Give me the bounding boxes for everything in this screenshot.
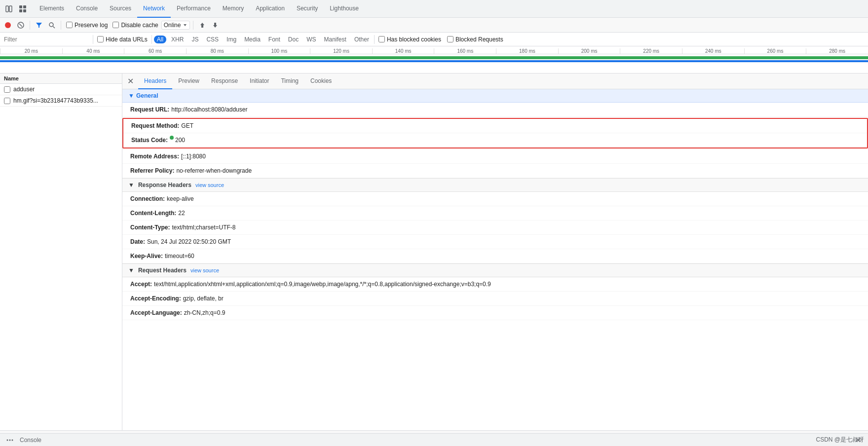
- hide-data-urls-checkbox[interactable]: Hide data URLs: [95, 36, 150, 43]
- request-item-adduser[interactable]: adduser: [0, 84, 122, 95]
- filter-btn-font[interactable]: Font: [265, 36, 283, 43]
- request-url-val: http://localhost:8080/adduser: [171, 105, 247, 114]
- filter-input[interactable]: [2, 35, 91, 44]
- throttle-select[interactable]: Online: [161, 21, 190, 30]
- response-connection-key: Connection:: [130, 194, 165, 203]
- timeline-tick: 280 ms: [806, 48, 868, 54]
- tab-performance[interactable]: Performance: [171, 0, 217, 18]
- detail-tab-timing[interactable]: Timing: [275, 74, 304, 89]
- close-detail-button[interactable]: ✕: [124, 75, 136, 87]
- response-date-row: Date: Sun, 24 Jul 2022 02:50:20 GMT: [122, 235, 868, 249]
- request-headers-view-source[interactable]: view source: [190, 267, 219, 273]
- response-headers-label: Response Headers: [138, 182, 191, 188]
- filter-btn-other[interactable]: Other: [351, 36, 372, 43]
- blocked-requests-checkbox[interactable]: Blocked Requests: [445, 36, 505, 43]
- tab-memory[interactable]: Memory: [217, 0, 250, 18]
- download-icon[interactable]: [209, 19, 221, 31]
- general-section-header[interactable]: ▼ General: [122, 89, 868, 103]
- has-blocked-cookies-checkbox[interactable]: Has blocked cookies: [377, 36, 443, 43]
- request-hm-gif-name: hm.gif?si=3b231847743b9335...: [13, 97, 98, 104]
- request-headers-label: Request Headers: [138, 267, 187, 274]
- console-footer: Console ✕: [0, 433, 868, 446]
- preserve-log-input[interactable]: [66, 22, 73, 28]
- response-headers-section-header[interactable]: ▼ Response Headers view source: [122, 178, 868, 192]
- remote-address-key: Remote Address:: [130, 152, 179, 161]
- filter-btn-xhr[interactable]: XHR: [168, 36, 187, 43]
- stop-recording-icon[interactable]: [15, 19, 27, 31]
- disable-cache-checkbox[interactable]: Disable cache: [111, 22, 160, 29]
- timeline-ruler: 20 ms40 ms60 ms80 ms100 ms120 ms140 ms16…: [0, 46, 868, 54]
- timeline-tick: 240 ms: [682, 48, 744, 54]
- svg-marker-13: [213, 23, 217, 28]
- timeline-tick: 60 ms: [124, 48, 186, 54]
- request-url-row: Request URL: http://localhost:8080/addus…: [122, 103, 868, 117]
- referrer-policy-val: no-referrer-when-downgrade: [176, 166, 252, 175]
- detail-tab-preview[interactable]: Preview: [172, 74, 205, 89]
- request-method-key: Request Method:: [131, 121, 179, 130]
- requests-panel: Name adduser hm.gif?si=3b231847743b9335.…: [0, 74, 122, 430]
- request-headers-section-header[interactable]: ▼ Request Headers view source: [122, 263, 868, 277]
- hide-data-urls-input[interactable]: [97, 36, 104, 42]
- detail-tab-response[interactable]: Response: [205, 74, 244, 89]
- svg-rect-0: [6, 6, 8, 12]
- remote-address-val: [::1]:8080: [181, 152, 206, 161]
- req-accept-language-key: Accept-Language:: [130, 308, 182, 317]
- has-blocked-cookies-input[interactable]: [378, 36, 385, 42]
- req-accept-row: Accept: text/html,application/xhtml+xml,…: [122, 277, 868, 292]
- filter-btn-media[interactable]: Media: [241, 36, 264, 43]
- tab-application[interactable]: Application: [250, 0, 291, 18]
- tab-security[interactable]: Security: [291, 0, 324, 18]
- preserve-log-checkbox[interactable]: Preserve log: [64, 22, 110, 29]
- timeline-tick: 140 ms: [372, 48, 434, 54]
- has-blocked-cookies-label: Has blocked cookies: [387, 36, 441, 43]
- general-section-content: Request URL: http://localhost:8080/addus…: [122, 103, 868, 178]
- filter-btn-manifest[interactable]: Manifest: [321, 36, 349, 43]
- console-menu-icon[interactable]: [4, 434, 16, 446]
- request-adduser-checkbox[interactable]: [4, 86, 10, 93]
- more-tools-icon[interactable]: [16, 2, 30, 16]
- tab-lighthouse[interactable]: Lighthouse: [324, 0, 365, 18]
- filter-btn-doc[interactable]: Doc: [285, 36, 302, 43]
- preserve-log-label: Preserve log: [75, 22, 108, 29]
- svg-marker-11: [184, 24, 187, 26]
- svg-point-14: [7, 439, 8, 441]
- filter-btn-img[interactable]: Img: [224, 36, 239, 43]
- search-icon[interactable]: [46, 19, 58, 31]
- response-headers-view-source[interactable]: view source: [195, 182, 224, 188]
- request-method-val: GET: [181, 121, 193, 130]
- tab-elements[interactable]: Elements: [34, 0, 70, 18]
- filter-icon[interactable]: [33, 19, 45, 31]
- throttle-label: Online: [164, 22, 181, 29]
- req-accept-encoding-val: gzip, deflate, br: [183, 294, 224, 303]
- req-accept-encoding-row: Accept-Encoding: gzip, deflate, br: [122, 292, 868, 306]
- devtools-icons: [2, 2, 30, 16]
- svg-marker-8: [36, 23, 42, 28]
- filter-btn-ws[interactable]: WS: [303, 36, 319, 43]
- record-button[interactable]: [2, 19, 14, 31]
- detail-tab-initiator[interactable]: Initiator: [244, 74, 275, 89]
- upload-icon[interactable]: [196, 19, 208, 31]
- disable-cache-input[interactable]: [113, 22, 119, 28]
- status-code-row: Status Code: 200: [123, 133, 867, 148]
- request-item-hm-gif[interactable]: hm.gif?si=3b231847743b9335...: [0, 95, 122, 107]
- request-headers-content: Accept: text/html,application/xhtml+xml,…: [122, 277, 868, 320]
- filter-sep-1: [93, 35, 93, 44]
- tab-console[interactable]: Console: [70, 0, 104, 18]
- svg-point-9: [49, 23, 53, 27]
- filter-btn-all[interactable]: All: [154, 36, 166, 43]
- req-accept-val: text/html,application/xhtml+xml,applicat…: [154, 280, 491, 289]
- request-hm-gif-checkbox[interactable]: [4, 98, 10, 104]
- detail-tab-cookies[interactable]: Cookies: [304, 74, 338, 89]
- filter-btn-js[interactable]: JS: [189, 36, 201, 43]
- timeline-blue-bar: [0, 60, 868, 62]
- dock-icon[interactable]: [2, 2, 16, 16]
- tab-network[interactable]: Network: [137, 0, 171, 18]
- response-content-length-val: 22: [178, 209, 185, 218]
- timeline-tick: 120 ms: [310, 48, 372, 54]
- network-toolbar: Preserve log Disable cache Online: [0, 18, 868, 33]
- tab-sources[interactable]: Sources: [104, 0, 137, 18]
- detail-tab-headers[interactable]: Headers: [138, 74, 172, 89]
- blocked-requests-input[interactable]: [447, 36, 453, 42]
- response-connection-val: keep-alive: [167, 194, 194, 203]
- filter-btn-css[interactable]: CSS: [203, 36, 222, 43]
